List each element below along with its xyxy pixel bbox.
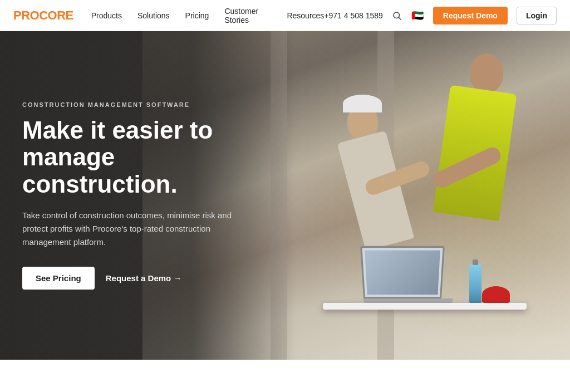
see-pricing-button[interactable]: See Pricing	[22, 267, 95, 290]
table-scene	[323, 248, 527, 326]
nav-link-resources[interactable]: Resources	[287, 11, 324, 20]
nav-links: Products Solutions Pricing Customer Stor…	[91, 7, 325, 24]
below-fold-section: Solutions Purpose-built for You	[0, 360, 570, 392]
logo-core: CORE	[39, 8, 73, 22]
phone-number[interactable]: +971 4 508 1589	[324, 11, 383, 20]
nav-link-solutions[interactable]: Solutions	[137, 11, 170, 20]
laptop	[363, 248, 453, 303]
svg-point-0	[394, 12, 400, 18]
nav-link-customer-stories[interactable]: Customer Stories	[224, 7, 271, 24]
helmet-on-table	[482, 286, 510, 303]
head-right	[470, 53, 503, 92]
hero-section: CONSTRUCTION MANAGEMENT SOFTWARE Make it…	[0, 31, 570, 360]
logo-text: PROCORE	[13, 8, 73, 23]
request-demo-hero-button[interactable]: Request a Demo →	[106, 273, 182, 283]
hero-headline-line2: manage construction.	[22, 143, 178, 197]
logo-pro: PRO	[13, 8, 39, 22]
hero-headline-line1: Make it easier to	[22, 116, 213, 144]
water-bottle	[469, 264, 481, 303]
table-surface	[323, 303, 527, 310]
request-demo-button[interactable]: Request Demo	[433, 7, 508, 24]
nav-link-products[interactable]: Products	[91, 11, 122, 20]
login-button[interactable]: Login	[517, 7, 557, 24]
hardhat-left	[343, 95, 382, 112]
svg-line-1	[399, 17, 401, 19]
laptop-base	[363, 298, 453, 303]
hero-content: CONSTRUCTION MANAGEMENT SOFTWARE Make it…	[0, 31, 285, 360]
vest-right	[433, 85, 517, 221]
hero-eyebrow: CONSTRUCTION MANAGEMENT SOFTWARE	[22, 101, 263, 108]
laptop-screen	[360, 246, 445, 298]
hero-headline: Make it easier to manage construction.	[22, 117, 263, 198]
people-container	[279, 31, 570, 360]
hero-cta: See Pricing Request a Demo →	[22, 267, 263, 290]
search-icon[interactable]	[392, 11, 402, 21]
region-flag[interactable]: 🇦🇪	[411, 9, 424, 22]
nav-right: +971 4 508 1589 🇦🇪 Request Demo Login	[324, 7, 557, 24]
nav-link-pricing[interactable]: Pricing	[185, 11, 209, 20]
logo[interactable]: PROCORE	[13, 8, 73, 23]
navbar: PROCORE Products Solutions Pricing Custo…	[0, 0, 570, 31]
hero-subtext: Take control of construction outcomes, m…	[22, 209, 234, 249]
